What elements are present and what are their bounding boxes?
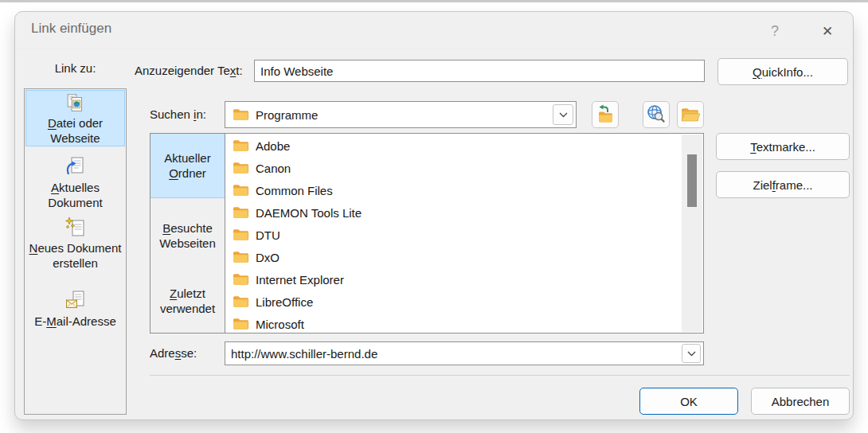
tab-browsed-pages[interactable]: Besuchte Webseiten (151, 213, 225, 258)
sidebar-item-current-document[interactable]: Aktuelles Dokument (25, 153, 125, 213)
list-item[interactable]: Canon (226, 157, 681, 179)
sidebar-item-create-new-document[interactable]: Neues Dokument erstellen (25, 213, 125, 274)
folder-icon (233, 295, 248, 308)
scrollbar[interactable] (682, 135, 702, 332)
folder-icon (233, 206, 248, 219)
up-one-folder-icon (595, 104, 616, 125)
address-input[interactable] (225, 347, 703, 361)
browse-web-button[interactable] (643, 101, 670, 128)
look-in-label: Suchen in: (150, 101, 206, 128)
list-item[interactable]: Internet Explorer (226, 268, 681, 291)
quickinfo-button[interactable]: QuickInfo... (717, 58, 848, 85)
sidebar-item-label: Datei oder (48, 115, 103, 131)
tab-recent-files[interactable]: Zuletzt verwendet (151, 279, 225, 323)
folder-icon (233, 162, 248, 174)
folder-icon (233, 251, 248, 263)
new-document-icon (65, 216, 86, 238)
help-icon[interactable]: ? (762, 19, 788, 43)
sidebar-item-label: Webseite (50, 131, 100, 146)
textmarke-button[interactable]: Textmarke... (716, 133, 850, 160)
tab-current-folder[interactable]: Aktueller Ordner (151, 134, 225, 198)
cancel-button[interactable]: Abbrechen (751, 388, 850, 415)
display-text-field (254, 60, 705, 82)
sidebar-item-label: Neues Dokument (29, 240, 122, 256)
folder-list: Adobe Canon Common Files DAEMON Tools Li… (226, 135, 681, 332)
look-in-combobox[interactable]: Programme (225, 101, 577, 128)
close-icon[interactable]: ✕ (815, 19, 840, 43)
chevron-down-icon (559, 112, 568, 118)
display-text-label: Anzuzeigender Text: (135, 60, 243, 82)
zielframe-button[interactable]: Zielframe... (716, 171, 850, 198)
sidebar-item-email-address[interactable]: E-Mail-Adresse (25, 287, 125, 331)
link-to-sidebar: Datei oder Webseite Aktuelles Dokument (24, 88, 127, 415)
list-item[interactable]: Common Files (226, 179, 681, 201)
folder-icon (233, 318, 248, 330)
folder-icon (233, 139, 248, 152)
footer-divider (150, 375, 850, 376)
address-combobox (225, 341, 704, 365)
address-label: Adresse: (150, 341, 197, 365)
look-in-dropdown-button[interactable] (553, 104, 573, 125)
ok-button[interactable]: OK (639, 388, 738, 415)
file-browser: Aktueller Ordner Besuchte Webseiten Zule… (150, 133, 704, 334)
current-document-icon (65, 156, 86, 177)
sidebar-item-label: Dokument (48, 195, 102, 210)
folder-icon (233, 273, 248, 286)
list-item[interactable]: Microsoft (226, 313, 681, 332)
folder-icon (233, 184, 248, 197)
screen-edge (0, 0, 868, 2)
sidebar-item-label: erstellen (53, 256, 98, 271)
look-in-value: Programme (256, 108, 318, 122)
folder-icon (233, 108, 248, 121)
folder-icon (233, 228, 248, 241)
list-item[interactable]: Adobe (226, 135, 681, 157)
dialog-title: Link einfügen (31, 21, 111, 37)
link-to-label: Link zu: (24, 61, 127, 75)
list-item[interactable]: LibreOffice (226, 291, 681, 313)
scrollbar-thumb[interactable] (687, 154, 697, 207)
browse-web-icon (646, 104, 667, 125)
browse-for-file-button[interactable] (677, 101, 704, 128)
sidebar-item-label: Aktuelles (51, 180, 100, 195)
titlebar-divider (16, 48, 852, 49)
address-dropdown-button[interactable] (682, 344, 701, 363)
file-web-icon (65, 94, 86, 113)
list-item[interactable]: DAEMON Tools Lite (226, 201, 681, 224)
list-item[interactable]: DxO (226, 246, 681, 268)
list-item[interactable]: DTU (226, 224, 681, 246)
sidebar-item-label: E-Mail-Adresse (34, 314, 116, 329)
sidebar-item-file-or-webpage[interactable]: Datei oder Webseite (25, 90, 125, 146)
up-one-folder-button[interactable] (592, 101, 619, 128)
browser-tabs: Aktueller Ordner Besuchte Webseiten Zule… (151, 134, 225, 333)
display-text-input[interactable] (255, 64, 704, 78)
chevron-down-icon (687, 351, 696, 357)
browse-for-file-icon (680, 104, 701, 125)
insert-link-dialog: Link einfügen ? ✕ Link zu: Datei oder We… (14, 11, 854, 420)
email-icon (65, 290, 86, 311)
